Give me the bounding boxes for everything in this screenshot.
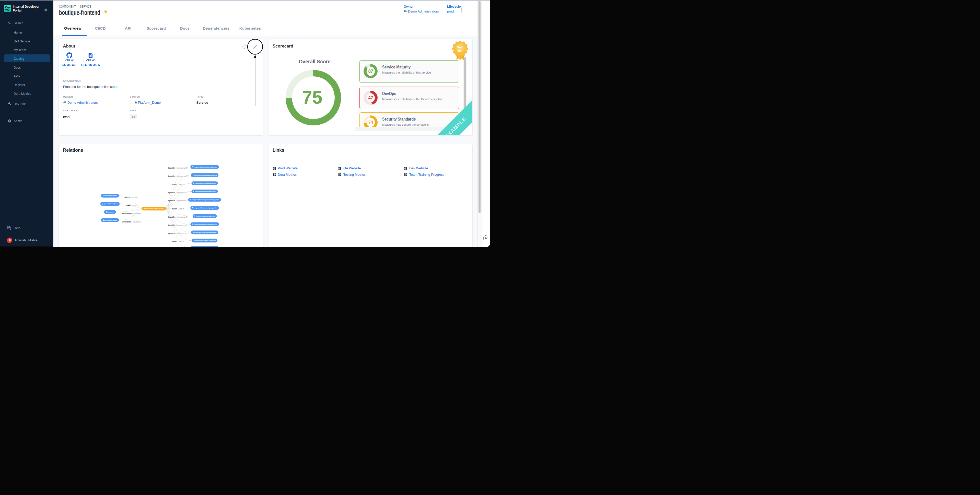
svg-text:/ partOf: / partOf [178, 208, 184, 210]
svg-text:component:boutique-emailservic: component:boutique-emailservice [195, 191, 216, 192]
svg-text:/ partOf: / partOf [178, 183, 184, 185]
svg-text:dependsOn: dependsOn [168, 216, 175, 218]
svg-text:hasPart: hasPart [126, 205, 131, 206]
svg-text:/ providesApi: / providesApi [132, 213, 141, 215]
svg-text:/ partOf: / partOf [132, 205, 138, 207]
svg-text:api:petstore: api:petstore [107, 211, 115, 213]
svg-text:component:boutique-loadgenerat: component:boutique-loadgenerator [194, 232, 216, 233]
svg-text:hasPart: hasPart [172, 208, 177, 210]
svg-text:/ dependencyOf: / dependencyOf [176, 216, 188, 218]
svg-text:hasPart: hasPart [172, 240, 177, 242]
svg-text:component:boutique-shippingser: component:boutique-shippingservice [194, 207, 217, 209]
svg-text:/ providesApi: / providesApi [132, 221, 141, 223]
svg-text:dependsOn: dependsOn [168, 232, 175, 234]
svg-text:component:boutique-currencyser: component:boutique-currencyservice [194, 166, 217, 168]
svg-text:?: ? [8, 226, 9, 228]
svg-text:api:starwars-graphql: api:starwars-graphql [105, 220, 118, 221]
svg-text:component:boutique-productcata: component:boutique-productcatalogservice [192, 199, 220, 201]
svg-text:/ dependencyOf: / dependencyOf [176, 167, 188, 169]
svg-text:Demo Administrators: Demo Administrators [105, 195, 118, 196]
svg-text:apiProvidedBy: apiProvidedBy [122, 221, 131, 223]
svg-text:component:boutique-redisservic: component:boutique-redisservice [195, 183, 216, 184]
svg-text:/ dependencyOf: / dependencyOf [176, 232, 188, 234]
svg-text:dependsOn: dependsOn [168, 191, 175, 194]
svg-text:Gold: Gold [457, 45, 463, 49]
svg-text:component:boutique-checkoutser: component:boutique-checkoutservice [194, 223, 217, 225]
svg-text:dependsOn: dependsOn [168, 224, 175, 226]
svg-text:hasPart: hasPart [172, 183, 177, 185]
svg-text:/ dependencyOf: / dependencyOf [176, 224, 188, 226]
svg-text:component:boutique-cartservice: component:boutique-cartservice [195, 240, 216, 241]
svg-text:component:boutique-adservice: component:boutique-adservice [196, 215, 215, 217]
svg-text:component:boutique-frontend: component:boutique-frontend [145, 208, 164, 209]
svg-text:component:boutique-paymentserv: component:boutique-paymentservice [194, 175, 217, 176]
svg-text:/ dependencyOf: / dependencyOf [176, 191, 188, 194]
svg-text:/ dependencyOf: / dependencyOf [176, 175, 188, 177]
svg-text:dependsOn: dependsOn [168, 200, 175, 202]
svg-text:dependsOn: dependsOn [168, 167, 175, 169]
svg-text:/ dependencyOf: / dependencyOf [176, 200, 188, 202]
svg-text:apiProvidedBy: apiProvidedBy [122, 213, 132, 215]
svg-text:/ partOf: / partOf [178, 240, 184, 243]
svg-text:Tier: Tier [458, 49, 463, 52]
svg-text:ownerOf: ownerOf [124, 196, 130, 198]
svg-text:system:Platform_Demo: system:Platform_Demo [104, 203, 118, 205]
svg-text:dependsOn: dependsOn [168, 175, 175, 177]
svg-text:/ ownedBy: / ownedBy [130, 196, 138, 199]
